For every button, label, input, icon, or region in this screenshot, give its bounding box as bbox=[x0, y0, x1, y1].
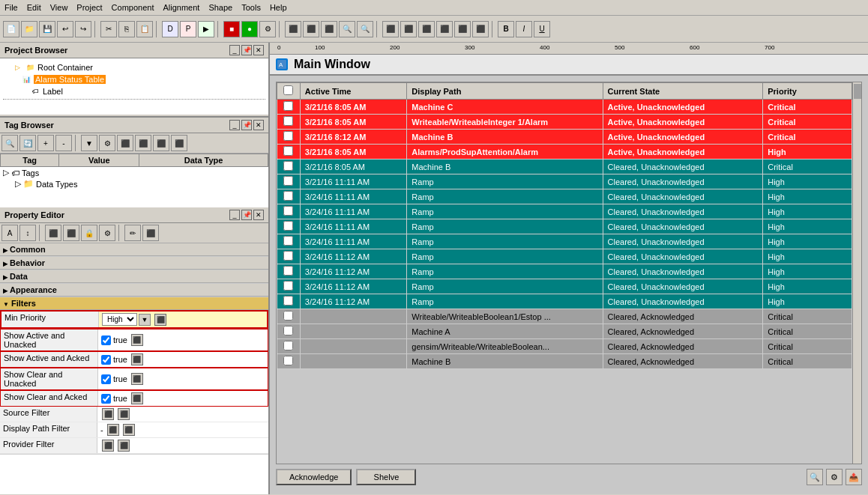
provider-filter-edit-btn2[interactable]: ⬛ bbox=[118, 440, 130, 452]
section-appearance-header[interactable]: Appearance bbox=[0, 284, 268, 297]
prop-edit-btn[interactable]: ✏ bbox=[124, 225, 141, 241]
section-common-header[interactable]: Common bbox=[0, 243, 268, 256]
row-checkbox[interactable] bbox=[283, 356, 293, 365]
row-checkbox-cell[interactable] bbox=[277, 309, 301, 324]
show-clear-acked-checkbox[interactable] bbox=[101, 394, 111, 404]
tb-pin-btn[interactable]: 📌 bbox=[241, 120, 252, 130]
toolbar-undo-btn[interactable]: ↩ bbox=[57, 21, 73, 37]
display-path-filter-edit-btn2[interactable]: ⬛ bbox=[123, 424, 135, 436]
toolbar-align-right-btn[interactable]: ⬛ bbox=[321, 21, 337, 37]
row-checkbox-cell[interactable] bbox=[277, 294, 301, 309]
row-checkbox-cell[interactable] bbox=[277, 234, 301, 249]
row-checkbox[interactable] bbox=[283, 236, 293, 246]
pb-minimize-btn[interactable]: _ bbox=[229, 45, 240, 55]
toolbar-zoom-out-btn[interactable]: 🔍 bbox=[357, 21, 373, 37]
toolbar-open-btn[interactable]: 📁 bbox=[21, 21, 37, 37]
section-data-header[interactable]: Data bbox=[0, 270, 268, 283]
toolbar-zoom-in-btn[interactable]: 🔍 bbox=[339, 21, 355, 37]
show-active-unacked-edit-btn[interactable]: ⬛ bbox=[131, 334, 143, 346]
tag-search-btn[interactable]: 🔍 bbox=[1, 135, 18, 151]
toolbar-align-left-btn[interactable]: ⬛ bbox=[285, 21, 301, 37]
tag-tree-tags[interactable]: ▷ 🏷 Tags bbox=[0, 167, 268, 178]
toolbar-misc3-btn[interactable]: ⬛ bbox=[418, 21, 435, 37]
show-active-acked-checkbox[interactable] bbox=[101, 355, 111, 365]
toolbar-save-btn[interactable]: 💾 bbox=[39, 21, 55, 37]
tag-misc-btn[interactable]: ⬛ bbox=[171, 135, 187, 151]
col-header-time[interactable]: Active Time bbox=[300, 83, 406, 100]
row-checkbox-cell[interactable] bbox=[277, 174, 301, 189]
menu-project[interactable]: Project bbox=[72, 1, 106, 13]
show-active-unacked-checkbox[interactable] bbox=[101, 335, 111, 345]
prop-misc-btn[interactable]: ⬛ bbox=[142, 225, 159, 241]
menu-component[interactable]: Component bbox=[107, 1, 159, 13]
tree-item-label[interactable]: 🏷 Label bbox=[3, 85, 265, 97]
section-filters-header[interactable]: Filters bbox=[0, 297, 268, 310]
toolbar-misc5-btn[interactable]: ⬛ bbox=[454, 21, 471, 37]
row-checkbox[interactable] bbox=[283, 251, 293, 261]
row-checkbox-cell[interactable] bbox=[277, 204, 301, 219]
toolbar-more-btn[interactable]: ⚙ bbox=[259, 21, 276, 37]
show-clear-unacked-edit-btn[interactable]: ⬛ bbox=[131, 373, 143, 385]
row-checkbox[interactable] bbox=[283, 281, 293, 291]
search-footer-icon[interactable]: 🔍 bbox=[807, 469, 823, 485]
col-header-state[interactable]: Current State bbox=[603, 83, 763, 100]
toolbar-bold-btn[interactable]: B bbox=[498, 21, 514, 37]
config-footer-icon[interactable]: ⚙ bbox=[826, 469, 843, 485]
menu-tools[interactable]: Tools bbox=[237, 1, 265, 13]
toolbar-preview-btn[interactable]: P bbox=[180, 21, 196, 37]
pe-pin-btn[interactable]: 📌 bbox=[241, 210, 252, 220]
show-clear-unacked-checkbox[interactable] bbox=[101, 374, 111, 384]
export-footer-icon[interactable]: 📤 bbox=[846, 469, 862, 485]
tb-minimize-btn[interactable]: _ bbox=[229, 120, 240, 130]
toolbar-copy-btn[interactable]: ⎘ bbox=[118, 21, 135, 37]
source-filter-edit-btn2[interactable]: ⬛ bbox=[118, 408, 130, 420]
row-checkbox-cell[interactable] bbox=[277, 249, 301, 264]
row-checkbox-cell[interactable] bbox=[277, 219, 301, 234]
prop-binding-btn[interactable]: ⚙ bbox=[99, 225, 115, 241]
col-header-path[interactable]: Display Path bbox=[407, 83, 603, 100]
toolbar-paste-btn[interactable]: 📋 bbox=[136, 21, 153, 37]
row-checkbox-cell[interactable] bbox=[277, 130, 301, 145]
toolbar-design-btn[interactable]: D bbox=[162, 21, 178, 37]
row-checkbox[interactable] bbox=[283, 326, 293, 335]
menu-view[interactable]: View bbox=[46, 1, 73, 13]
menu-alignment[interactable]: Alignment bbox=[158, 1, 204, 13]
row-checkbox-cell[interactable] bbox=[277, 279, 301, 294]
toolbar-align-center-btn[interactable]: ⬛ bbox=[303, 21, 319, 37]
tag-delete-btn[interactable]: - bbox=[55, 135, 72, 151]
row-checkbox[interactable] bbox=[283, 116, 293, 126]
col-header-priority[interactable]: Priority bbox=[763, 83, 852, 100]
acknowledge-button[interactable]: Acknowledge bbox=[276, 469, 352, 485]
vertical-scrollbar[interactable] bbox=[852, 82, 861, 464]
menu-shape[interactable]: Shape bbox=[204, 1, 237, 13]
row-checkbox[interactable] bbox=[283, 101, 293, 111]
toolbar-italic-btn[interactable]: I bbox=[516, 21, 532, 37]
scroll-thumb[interactable] bbox=[854, 84, 861, 99]
toolbar-underline-btn[interactable]: U bbox=[534, 21, 550, 37]
row-checkbox[interactable] bbox=[283, 191, 293, 201]
toolbar-cut-btn[interactable]: ✂ bbox=[100, 21, 117, 37]
row-checkbox-cell[interactable] bbox=[277, 324, 301, 339]
section-behavior-header[interactable]: Behavior bbox=[0, 257, 268, 270]
prop-expand-btn[interactable]: ⬛ bbox=[45, 225, 61, 241]
row-checkbox-cell[interactable] bbox=[277, 189, 301, 204]
row-checkbox-cell[interactable] bbox=[277, 160, 301, 174]
row-checkbox[interactable] bbox=[283, 131, 293, 141]
prop-alpha-btn[interactable]: A bbox=[1, 225, 18, 241]
menu-help[interactable]: Help bbox=[265, 1, 292, 13]
display-path-filter-edit-btn1[interactable]: ⬛ bbox=[107, 424, 119, 436]
toolbar-run-btn[interactable]: ▶ bbox=[198, 21, 214, 37]
pb-close-btn[interactable]: ✕ bbox=[253, 45, 264, 55]
toolbar-misc2-btn[interactable]: ⬛ bbox=[400, 21, 417, 37]
prop-collapse-btn[interactable]: ⬛ bbox=[63, 225, 79, 241]
tag-tree-datatypes[interactable]: ▷ 📁 Data Types bbox=[0, 178, 268, 189]
row-checkbox-cell[interactable] bbox=[277, 115, 301, 130]
pe-close-btn[interactable]: ✕ bbox=[253, 210, 264, 220]
row-checkbox[interactable] bbox=[283, 221, 293, 231]
toolbar-new-btn[interactable]: 📄 bbox=[3, 21, 19, 37]
show-clear-acked-edit-btn[interactable]: ⬛ bbox=[131, 392, 143, 404]
select-all-checkbox[interactable] bbox=[283, 85, 293, 95]
toolbar-misc1-btn[interactable]: ⬛ bbox=[382, 21, 399, 37]
tag-expand-btn[interactable]: ⬛ bbox=[117, 135, 133, 151]
tb-close-btn[interactable]: ✕ bbox=[253, 120, 264, 130]
